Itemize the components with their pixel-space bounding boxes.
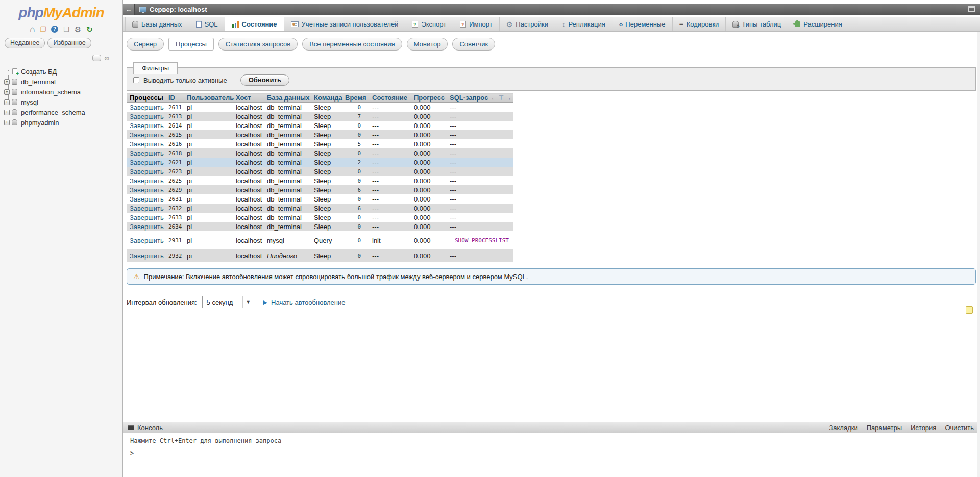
console-action-link[interactable]: История — [911, 424, 936, 432]
state-cell: --- — [369, 148, 411, 158]
expand-icon[interactable] — [4, 120, 10, 125]
subnav-query-statistics[interactable]: Статистика запросов — [218, 38, 298, 51]
new-database-item[interactable]: Создать БД — [2, 66, 122, 77]
console-toolbar[interactable]: Консоль Закладки Параметры История Очист… — [123, 422, 980, 433]
user-cell: pi — [184, 185, 233, 194]
tab-plugins[interactable]: Расширения — [788, 17, 849, 31]
column-header-command[interactable]: Команда — [311, 93, 342, 103]
window-icon[interactable] — [968, 6, 975, 12]
kill-process-link[interactable]: Завершить — [130, 195, 164, 203]
wrench-icon — [506, 21, 513, 28]
column-header-database[interactable]: База данных — [264, 93, 311, 103]
kill-process-link[interactable]: Завершить — [130, 159, 164, 166]
kill-process-link[interactable]: Завершить — [130, 177, 164, 185]
subnav-status-variables[interactable]: Все переменные состояния — [302, 38, 402, 51]
host-cell: localhost — [233, 121, 264, 130]
column-header-sql-query-label[interactable]: SQL-запрос — [450, 94, 488, 102]
back-arrow-button[interactable] — [123, 4, 135, 15]
column-header-state[interactable]: Состояние — [369, 93, 411, 103]
phpmyadmin-app: phpMyAdmin Недавнее Избранное Создать БД — [0, 0, 980, 477]
tab-label: Переменные — [625, 20, 665, 28]
kill-process-link[interactable]: Завершить — [130, 186, 164, 194]
console-body[interactable]: Нажмите Ctrl+Enter для выполнения запрос… — [123, 433, 980, 461]
tab-user-accounts[interactable]: Учетные записи пользователей — [284, 17, 406, 31]
console-label[interactable]: Консоль — [137, 424, 163, 432]
tab-databases[interactable]: Базы данных — [125, 17, 189, 31]
interval-select[interactable]: 5 секунд — [202, 296, 254, 308]
home-icon[interactable] — [30, 25, 35, 34]
gear-icon[interactable] — [75, 26, 81, 33]
page-settings-icon[interactable] — [966, 306, 973, 314]
collapse-all-button[interactable] — [92, 55, 101, 61]
new-database-label: Создать БД — [21, 68, 57, 76]
kill-process-link[interactable]: Завершить — [130, 104, 164, 111]
time-cell: 0 — [342, 233, 369, 248]
database-tree-item[interactable]: db_terminal — [2, 77, 122, 87]
start-autorefresh-link[interactable]: Начать автообновление — [271, 298, 345, 306]
tab-import[interactable]: Импорт — [453, 17, 499, 31]
console-action-link[interactable]: Закладки — [829, 424, 857, 432]
tab-sql[interactable]: SQL — [189, 17, 225, 31]
database-list: db_terminal information_schema mysql — [2, 77, 122, 128]
expand-icon[interactable] — [4, 89, 10, 95]
show-active-only-label[interactable]: Выводить только активные — [143, 77, 227, 84]
progress-cell: 0.000 — [411, 167, 447, 176]
tab-status[interactable]: Состояние — [225, 17, 284, 31]
console-action-link[interactable]: Параметры — [867, 424, 902, 432]
subnav-processes[interactable]: Процессы — [168, 38, 214, 51]
database-tree-item[interactable]: performance_schema — [2, 107, 122, 117]
column-header-user[interactable]: Пользователь — [184, 93, 233, 103]
logout-icon[interactable] — [40, 26, 46, 33]
id-cell: 2623 — [165, 167, 184, 176]
id-cell: 2629 — [165, 185, 184, 194]
kill-process-link[interactable]: Завершить — [130, 214, 164, 221]
column-header-time[interactable]: Время — [342, 93, 369, 103]
vertical-scrollbar[interactable] — [977, 32, 980, 477]
kill-process-link[interactable]: Завершить — [130, 252, 164, 260]
database-tree-item[interactable]: mysql — [2, 97, 122, 107]
time-cell: 2 — [342, 158, 369, 167]
help-icon[interactable] — [51, 26, 58, 33]
kill-process-link[interactable]: Завершить — [130, 113, 164, 120]
console-action-link[interactable]: Очистить — [945, 424, 974, 432]
column-header-sql-query[interactable]: SQL-запрос← ⊤ → — [447, 93, 513, 103]
column-adjust-icons[interactable]: ← ⊤ → — [491, 94, 511, 102]
kill-process-link[interactable]: Завершить — [130, 223, 164, 231]
kill-process-link[interactable]: Завершить — [130, 205, 164, 212]
kill-cell: Завершить — [127, 112, 165, 121]
process-row: Завершить 2616 pi localhost db_terminal … — [127, 139, 513, 148]
column-header-progress[interactable]: Прогресс — [411, 93, 447, 103]
show-active-only-checkbox[interactable] — [133, 77, 139, 83]
console-prompt[interactable]: > — [130, 449, 973, 457]
kill-process-link[interactable]: Завершить — [130, 149, 164, 157]
refresh-navigation-icon[interactable] — [86, 26, 93, 33]
documentation-icon[interactable] — [63, 26, 69, 33]
kill-process-link[interactable]: Завершить — [130, 168, 164, 175]
kill-process-link[interactable]: Завершить — [130, 140, 164, 148]
unlink-panels-icon[interactable] — [105, 55, 109, 61]
kill-process-link[interactable]: Завершить — [130, 131, 164, 139]
phpmyadmin-logo[interactable]: phpMyAdmin — [0, 5, 122, 21]
favorites-button[interactable]: Избранное — [47, 38, 91, 48]
tab-export[interactable]: Экспорт — [405, 17, 453, 31]
expand-icon[interactable] — [4, 99, 10, 105]
tab-replication[interactable]: Репликация — [555, 17, 612, 31]
kill-process-link[interactable]: Завершить — [130, 237, 164, 244]
subnav-monitor[interactable]: Монитор — [407, 38, 448, 51]
database-tree-item[interactable]: information_schema — [2, 87, 122, 97]
expand-icon[interactable] — [4, 79, 10, 85]
tab-engines[interactable]: Типы таблиц — [726, 17, 788, 31]
tab-charsets[interactable]: Кодировки — [673, 17, 726, 31]
subnav-advisor[interactable]: Советчик — [452, 38, 495, 51]
refresh-button[interactable]: Обновить — [240, 74, 289, 86]
recent-button[interactable]: Недавнее — [5, 38, 45, 48]
tab-variables[interactable]: Переменные — [612, 17, 673, 31]
tab-settings[interactable]: Настройки — [500, 17, 555, 31]
subnav-server[interactable]: Сервер — [127, 38, 164, 51]
database-tree-item[interactable]: phpmyadmin — [2, 117, 122, 128]
column-header-host[interactable]: Хост — [233, 93, 264, 103]
kill-process-link[interactable]: Завершить — [130, 122, 164, 130]
time-cell: 7 — [342, 112, 369, 121]
column-header-id[interactable]: ID — [165, 93, 184, 103]
expand-icon[interactable] — [4, 110, 10, 115]
